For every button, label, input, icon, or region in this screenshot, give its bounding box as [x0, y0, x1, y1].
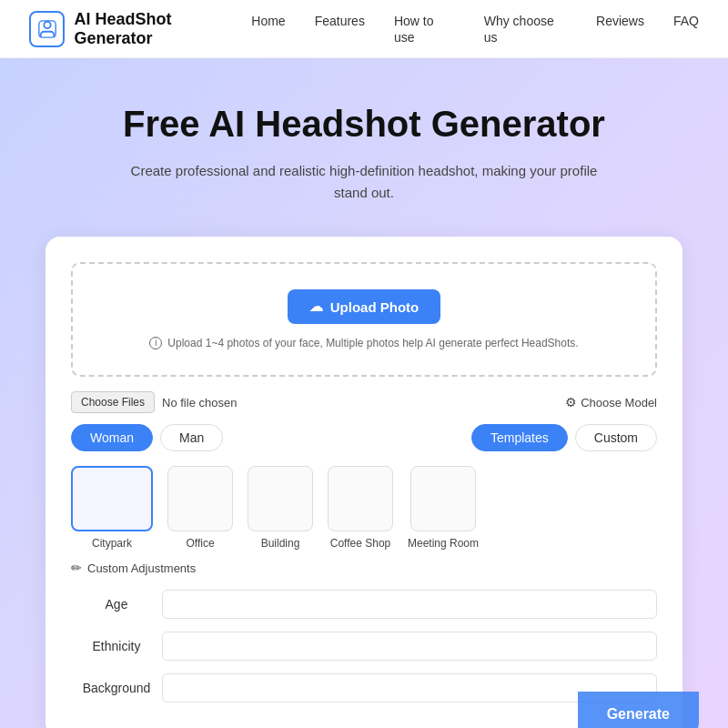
hero-section: Free AI Headshot Generator Create profes… — [0, 58, 728, 728]
template-coffee-shop-thumb — [328, 466, 393, 531]
navbar: AI HeadShot Generator Home Features How … — [0, 0, 728, 58]
nav-why-choose-us[interactable]: Why choose us — [484, 14, 554, 45]
pencil-icon: ✏ — [71, 561, 82, 575]
template-building-label: Building — [261, 537, 300, 550]
hero-title: Free AI Headshot Generator — [29, 102, 699, 146]
template-meeting-room-label: Meeting Room — [408, 537, 479, 550]
template-building[interactable]: Building — [248, 466, 313, 550]
nav-home[interactable]: Home — [251, 14, 285, 28]
background-label: Background — [71, 681, 162, 695]
upload-hint: i Upload 1~4 photos of your face, Multip… — [91, 337, 637, 349]
gender-template-row: Woman Man Templates Custom — [71, 424, 657, 451]
template-coffee-shop-label: Coffee Shop — [330, 537, 391, 550]
file-input-row: Choose Files No file chosen ⚙ Choose Mod… — [71, 391, 657, 413]
brand: AI HeadShot Generator — [29, 10, 251, 48]
custom-toggle[interactable]: Custom — [575, 424, 657, 451]
nav-features[interactable]: Features — [315, 14, 365, 28]
template-office[interactable]: Office — [167, 466, 233, 550]
ethnicity-field-row: Ethnicity — [71, 632, 657, 661]
age-label: Age — [71, 597, 162, 612]
main-card: ☁ Upload Photo i Upload 1~4 photos of yo… — [46, 237, 682, 728]
svg-point-0 — [44, 21, 50, 27]
template-citypark[interactable]: Citypark — [71, 466, 153, 550]
main-card-wrapper: ☁ Upload Photo i Upload 1~4 photos of yo… — [29, 237, 699, 728]
info-icon: i — [149, 337, 162, 349]
custom-adjustments-label: Custom Adjustments — [87, 561, 196, 575]
choose-files-button[interactable]: Choose Files — [71, 391, 155, 413]
brand-name: AI HeadShot Generator — [74, 10, 251, 48]
upload-button[interactable]: ☁ Upload Photo — [288, 289, 441, 324]
upload-button-label: Upload Photo — [330, 299, 420, 315]
template-citypark-thumb — [71, 466, 153, 531]
hero-subtitle: Create professional and realistic high-d… — [127, 160, 601, 204]
upload-icon: ☁ — [309, 298, 323, 315]
template-building-thumb — [248, 466, 313, 531]
nav-reviews[interactable]: Reviews — [596, 14, 644, 28]
template-thumbnails-row: Citypark Office Building Coffee Shop Mee… — [71, 466, 657, 550]
nav-links: Home Features How to use Why choose us R… — [251, 13, 699, 46]
template-office-label: Office — [186, 537, 214, 550]
template-citypark-label: Citypark — [92, 537, 132, 550]
template-coffee-shop[interactable]: Coffee Shop — [328, 466, 393, 550]
ethnicity-label: Ethnicity — [71, 639, 162, 653]
age-input[interactable] — [162, 590, 657, 619]
upload-hint-text: Upload 1~4 photos of your face, Multiple… — [167, 337, 578, 349]
choose-model-label: Choose Model — [581, 396, 657, 410]
gear-icon: ⚙ — [565, 395, 577, 410]
custom-adjustments-row[interactable]: ✏ Custom Adjustments — [71, 561, 657, 575]
background-field-row: Background — [71, 673, 657, 703]
age-field-row: Age — [71, 590, 657, 619]
woman-toggle[interactable]: Woman — [71, 424, 153, 451]
template-meeting-room[interactable]: Meeting Room — [408, 466, 479, 550]
upload-area: ☁ Upload Photo i Upload 1~4 photos of yo… — [71, 262, 657, 377]
no-file-label: No file chosen — [162, 396, 237, 410]
brand-icon — [29, 11, 65, 47]
generate-button[interactable]: Generate — [578, 692, 699, 728]
nav-how-to-use[interactable]: How to use — [394, 14, 434, 45]
template-meeting-room-thumb — [410, 466, 476, 531]
man-toggle[interactable]: Man — [160, 424, 223, 451]
templates-toggle[interactable]: Templates — [471, 424, 568, 451]
ethnicity-input[interactable] — [162, 632, 657, 661]
template-office-thumb — [167, 466, 233, 531]
nav-faq[interactable]: FAQ — [673, 14, 699, 28]
